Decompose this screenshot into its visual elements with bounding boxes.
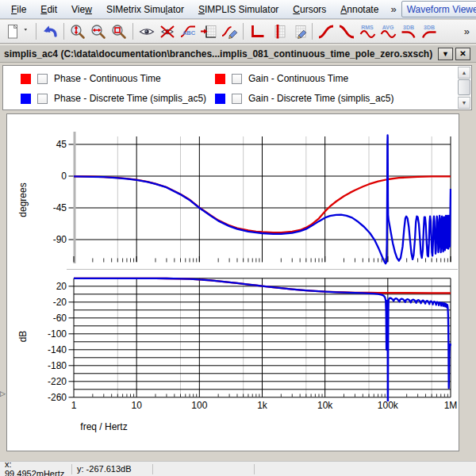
menu-item-simetrix-simulator[interactable]: SIMetrix Simulator (99, 2, 191, 17)
legend-item: Gain - Discrete Time (simplis_ac5) (215, 93, 393, 104)
legend-panel: Phase - Continuous TimeGain - Continuous… (2, 65, 472, 110)
menu-item-view[interactable]: View (64, 2, 99, 17)
3db-lowpass-icon: 3DB (400, 23, 417, 40)
rms-icon: RMS (359, 23, 376, 40)
scroll-down-icon[interactable]: ▼ (458, 97, 470, 109)
menu-overflow-chevron-icon[interactable]: » (386, 3, 401, 15)
svg-text:3DB: 3DB (424, 24, 435, 29)
status-empty-segment (153, 462, 254, 476)
chevron-down-icon (24, 28, 32, 36)
gain-ytick-label: -260 (48, 392, 67, 403)
x-axis-tick-label: 1k (257, 400, 268, 411)
tab-list-dropdown-button[interactable]: ▼ (438, 48, 453, 60)
scrollbar-thumb[interactable] (458, 79, 470, 95)
x-axis-tick-label: 10k (317, 400, 333, 411)
toolbar-new-dropdown-button[interactable] (23, 21, 33, 42)
edit-curve-icon (221, 23, 238, 40)
toolbar-new-document-button[interactable] (2, 21, 23, 42)
status-cursor-y: y: -267.613dB (72, 462, 152, 476)
close-tab-button[interactable]: ✕ (455, 48, 470, 60)
toolbar-separator (63, 23, 64, 40)
toolbar: ABCRMSAVG3DB3DB» (0, 20, 476, 44)
scroll-up-icon[interactable]: ▲ (458, 67, 470, 79)
dock-curve-icon (200, 23, 217, 40)
legend-scrollbar[interactable]: ▲ ▼ (458, 67, 470, 109)
x-axis-title: freq / Hertz (80, 421, 127, 432)
toolbar-hide-curve-button[interactable] (157, 21, 178, 42)
toolbar-zoom-box-button[interactable] (109, 21, 129, 42)
toolbar-rms-button[interactable]: RMS (357, 21, 378, 42)
avg-icon: AVG (379, 23, 397, 40)
status-bar: x: 99.4952mHertz y: -267.613dB (0, 461, 476, 476)
x-axis-tick-label: 1M (444, 400, 458, 411)
gain-ytick-label: -60 (53, 313, 67, 324)
zoom-box-icon (110, 23, 128, 40)
menu-item-edit[interactable]: Edit (33, 2, 64, 17)
legend-label: Gain - Continuous Time (248, 73, 348, 84)
zoom-fit-y-icon (69, 23, 86, 40)
toolbar-zoom-fit-y-button[interactable] (67, 21, 88, 42)
menu-item-file[interactable]: File (4, 2, 33, 17)
toolbar-smooth-fall-button[interactable] (336, 21, 357, 42)
toolbar-separator (243, 23, 244, 40)
smooth-fall-curve-icon (338, 23, 355, 40)
gain-ytick-label: -180 (48, 360, 67, 371)
legend-checkbox[interactable] (232, 94, 242, 104)
status-cursor-x: x: 99.4952mHertz (0, 462, 71, 476)
toolbar-add-grid-button[interactable] (267, 21, 288, 42)
status-empty-segment (255, 462, 476, 476)
toolbar-show-curve-button[interactable] (136, 21, 157, 42)
svg-text:RMS: RMS (361, 24, 374, 29)
x-axis-tick-label: 1 (71, 400, 77, 411)
curve-color-swatch (215, 74, 225, 84)
chart-panel[interactable]: 450-45-90degrees20-20-60-100-140-180-220… (6, 113, 459, 451)
x-axis-tick-label: 100 (191, 400, 207, 411)
legend-label: Phase - Discrete Time (simplis_ac5) (54, 93, 206, 104)
toolbar-curve-label-button[interactable]: ABC (178, 21, 198, 42)
phase-axis-title: degrees (17, 182, 29, 217)
toolbar-add-axis-button[interactable] (247, 21, 267, 42)
tab-bar: simplis_ac4 (C:\data\documentation\branc… (0, 44, 476, 63)
gain-chart[interactable]: 20-20-60-100-140-180-220-2601101001k10k1… (17, 278, 457, 432)
phase-ytick-label: -90 (53, 234, 67, 245)
gain-axis-title: dB (17, 331, 29, 343)
legend-checkbox[interactable] (37, 94, 48, 104)
zoom-fit-x-icon (90, 23, 107, 40)
phase-chart[interactable]: 450-45-90degrees (17, 132, 451, 263)
legend-checkbox[interactable] (37, 74, 48, 84)
waveform-viewer-window: { "menu": { "items": [ {"id":"file","pre… (0, 0, 476, 476)
toolbar-separator (132, 23, 133, 40)
toolbar-3db-lowpass-button[interactable]: 3DB (398, 21, 419, 42)
toolbar-edit-curve-button[interactable] (219, 21, 240, 42)
toolbar-overflow-chevron-icon[interactable]: » (460, 25, 474, 37)
menu-item-simplis-simulator[interactable]: SIMPLIS Simulator (191, 2, 286, 17)
toolbar-smooth-rise-button[interactable] (316, 21, 336, 42)
toolbar-edit-axis-button[interactable] (288, 21, 309, 42)
toolbar-zoom-fit-x-button[interactable] (88, 21, 109, 42)
menu-item-cursors[interactable]: Cursors (286, 2, 333, 17)
gain-ytick-label: -140 (48, 344, 67, 355)
curve-color-swatch (21, 74, 31, 84)
legend-item: Phase - Continuous Time (21, 73, 215, 84)
x-axis-tick-label: 100k (378, 400, 399, 411)
add-axis-icon (248, 23, 266, 40)
toolbar-3db-highpass-button[interactable]: 3DB (419, 21, 440, 42)
toolbar-avg-button[interactable]: AVG (378, 21, 398, 42)
legend-checkbox[interactable] (232, 74, 242, 84)
page-icon (4, 23, 21, 40)
bode-plot[interactable]: 450-45-90degrees20-20-60-100-140-180-220… (7, 114, 459, 451)
panel-expand-arrow-icon[interactable]: ▷ (0, 390, 6, 397)
toolbar-undo-button[interactable] (40, 21, 60, 42)
phase-ytick-label: -45 (53, 202, 67, 213)
tab-title[interactable]: simplis_ac4 (C:\data\documentation\branc… (4, 48, 432, 60)
menu-bar: FileEditViewSIMetrix SimulatorSIMPLIS Si… (0, 0, 476, 19)
viewer-select-combobox[interactable]: Waveform Viewer ▼ (401, 1, 476, 17)
toolbar-separator (36, 23, 36, 40)
eye-crossed-icon (159, 23, 176, 40)
curve-label-icon: ABC (179, 23, 197, 40)
phase-ytick-label: 45 (56, 139, 67, 150)
menu-item-annotate[interactable]: Annotate (333, 2, 386, 17)
toolbar-dock-curve-button[interactable] (198, 21, 219, 42)
edit-axis-icon (290, 23, 307, 40)
toolbar-separator (312, 23, 313, 40)
